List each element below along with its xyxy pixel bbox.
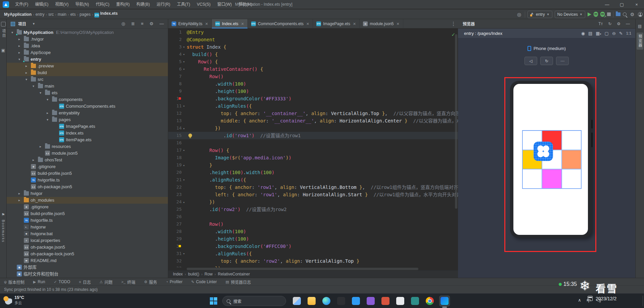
module-selector[interactable]: entry▼ xyxy=(527,11,552,18)
project-stripe-icon[interactable] xyxy=(1,22,6,27)
tree-item-pages[interactable]: ▾pages xyxy=(7,116,168,123)
tree-chevron-icon[interactable]: ▸ xyxy=(18,190,20,197)
tree-item-entryability[interactable]: ▸entryability xyxy=(7,110,168,116)
tool-window-button-Code Linter[interactable]: ✎Code Linter xyxy=(191,279,217,284)
tree-item-build[interactable]: ▸build xyxy=(7,69,168,76)
tree-item-AppScope[interactable]: ▸AppScope xyxy=(7,49,168,56)
tree-item-ets[interactable]: ▾ets xyxy=(7,90,168,96)
tree-chevron-icon[interactable]: ▾ xyxy=(33,83,34,90)
tab-options-kebab-icon[interactable]: ⋮ xyxy=(451,21,456,27)
editor-breadcrumb-item[interactable]: Index xyxy=(173,272,183,276)
fold-icon[interactable]: ▴ xyxy=(183,198,185,206)
close-tab-icon[interactable]: ✕ xyxy=(306,22,309,26)
color-swatch[interactable] xyxy=(178,97,181,100)
tool-window-button-终端[interactable]: >_终端 xyxy=(121,279,135,285)
previewer-settings-icon[interactable]: ⚙ xyxy=(617,21,620,26)
font-size-icon[interactable]: Tт xyxy=(598,21,603,26)
taskbar-app-dark-app[interactable] xyxy=(336,296,347,306)
tree-item-CommonComponents.ets[interactable]: ETSCommonComponents.ets xyxy=(7,103,168,110)
tree-chevron-icon[interactable]: ▸ xyxy=(18,36,20,43)
tree-item-Index.ets[interactable]: ETSIndex.ets xyxy=(7,130,168,137)
tree-item-MyApplication[interactable]: ▾MyApplicationE:\HarmonyOS\MyApplication xyxy=(7,29,168,36)
menu-item[interactable]: 工具(T) xyxy=(174,0,193,9)
menu-item[interactable]: 导航(N) xyxy=(72,0,92,9)
tree-chevron-icon[interactable]: ▸ xyxy=(33,157,34,163)
close-tab-icon[interactable]: ✕ xyxy=(353,22,356,26)
breadcrumb-item[interactable]: ETSIndex.ets xyxy=(94,11,118,17)
tree-item-oh_modules[interactable]: ▸oh_modules xyxy=(7,197,168,204)
fold-icon[interactable]: ▴ xyxy=(183,161,185,169)
tree-item-module.json5[interactable]: {..}module.json5 xyxy=(7,150,168,157)
tree-item-.gitignore[interactable]: ⊘.gitignore xyxy=(7,204,168,210)
tree-chevron-icon[interactable]: ▾ xyxy=(11,29,13,36)
breadcrumb-item[interactable]: main xyxy=(58,12,66,17)
previous-page-button[interactable]: ◁ xyxy=(524,57,537,65)
tool-window-button-Run[interactable]: ▶Run xyxy=(33,279,45,284)
editor-tab[interactable]: TS EntryAbility.ts✕ xyxy=(168,19,212,29)
fold-icon[interactable]: ▾ xyxy=(183,58,185,65)
close-button[interactable]: × xyxy=(629,0,644,9)
tree-item-临时文件和控制台[interactable]: ▣临时文件和控制台 xyxy=(7,271,168,277)
phone-screen[interactable] xyxy=(513,84,588,235)
panel-settings-icon[interactable]: ⚙ xyxy=(149,21,153,26)
project-dropdown-arrow[interactable]: ▼ xyxy=(32,22,35,25)
fold-icon[interactable]: ▾ xyxy=(183,250,185,257)
tree-item-main[interactable]: ▾main xyxy=(7,83,168,90)
editor-tab[interactable]: ETS Index.ets✕ xyxy=(212,19,248,29)
tree-chevron-icon[interactable]: ▾ xyxy=(26,76,27,83)
editor-breadcrumb-item[interactable]: Row xyxy=(204,272,213,276)
layers-stripe-icon[interactable]: ▤ xyxy=(636,24,644,29)
fold-icon[interactable]: ▾ xyxy=(183,176,185,184)
tool-window-button-日志[interactable]: ≡日志 xyxy=(79,279,91,285)
frame-icon[interactable]: ▢ xyxy=(605,31,609,36)
show-desktop-button[interactable] xyxy=(643,296,644,306)
editor-breadcrumb-item[interactable]: build() xyxy=(188,272,199,276)
locate-icon[interactable]: ◎ xyxy=(516,12,522,17)
rotate-device-button[interactable]: ↻ xyxy=(540,57,553,65)
hide-panel-icon[interactable]: — xyxy=(159,21,164,26)
sidebar-tab-project[interactable]: 项目 xyxy=(1,29,6,38)
breadcrumb-item[interactable]: MyApplication xyxy=(4,12,32,17)
editor-vertical-scrollbar[interactable] xyxy=(455,34,457,209)
menu-item[interactable]: VCS(S) xyxy=(194,0,214,9)
tree-chevron-icon[interactable]: ▸ xyxy=(26,63,27,69)
close-tab-icon[interactable]: ✕ xyxy=(241,22,244,26)
tree-item-build-profile.json5[interactable]: {..}build-profile.json5 xyxy=(7,210,168,217)
debug-button[interactable] xyxy=(594,12,598,17)
breadcrumb-item[interactable]: src xyxy=(48,12,54,17)
tree-chevron-icon[interactable]: ▾ xyxy=(47,116,48,123)
tree-chevron-icon[interactable]: ▸ xyxy=(18,197,20,204)
menu-item[interactable]: 编辑(E) xyxy=(32,0,51,9)
menu-item[interactable]: 视图(V) xyxy=(52,0,72,9)
expand-all-icon[interactable]: ≣ xyxy=(131,21,135,26)
tool-window-button-问题[interactable]: ⚠问题 xyxy=(99,279,112,285)
collapse-all-icon[interactable]: ≡ xyxy=(141,21,144,26)
tree-chevron-icon[interactable]: ▸ xyxy=(18,43,20,49)
taskbar-app-file-explorer[interactable] xyxy=(306,296,317,306)
tree-item-oh-package.json5[interactable]: {..}oh-package.json5 xyxy=(7,184,168,190)
tree-item-oh-package-lock.json5[interactable]: {..}oh-package-lock.json5 xyxy=(7,251,168,257)
editor-horizontal-scrollbar[interactable] xyxy=(187,268,418,270)
tree-item-entry[interactable]: ▾entry xyxy=(7,56,168,63)
taskbar-app-task-view[interactable] xyxy=(291,296,302,306)
zoom-out-icon[interactable]: ⊖ xyxy=(612,31,616,36)
device-label[interactable]: Phone (medium) xyxy=(534,46,566,51)
editor-tab[interactable]: {} module.json5✕ xyxy=(360,19,403,29)
tree-chevron-icon[interactable]: ▸ xyxy=(47,110,48,116)
project-panel-title[interactable]: 项目 xyxy=(18,21,26,27)
tree-item-ImagePage.ets[interactable]: ETSImagePage.ets xyxy=(7,123,168,130)
taskbar-app-red-app[interactable] xyxy=(380,296,391,306)
locate-file-icon[interactable]: ◎ xyxy=(122,21,125,26)
taskbar-app-light-app[interactable] xyxy=(395,296,406,306)
breadcrumb-item[interactable]: ets xyxy=(70,12,76,17)
device-selector[interactable]: No Devices▼ xyxy=(555,11,585,18)
tree-item-hvigorfile.ts[interactable]: TShvigorfile.ts xyxy=(7,217,168,224)
fold-icon[interactable]: ▴ xyxy=(183,124,185,132)
breadcrumb-item[interactable]: entry xyxy=(36,12,45,17)
editor-breadcrumb-item[interactable]: RelativeContainer xyxy=(218,272,250,276)
menu-item[interactable]: 窗口(W) xyxy=(214,0,235,9)
hide-previewer-icon[interactable]: — xyxy=(626,21,630,26)
attach-debugger-button[interactable]: ↗ xyxy=(600,12,605,17)
tree-item-.gitignore[interactable]: ⊘.gitignore xyxy=(7,163,168,170)
taskbar-app-chrome[interactable] xyxy=(424,296,435,306)
